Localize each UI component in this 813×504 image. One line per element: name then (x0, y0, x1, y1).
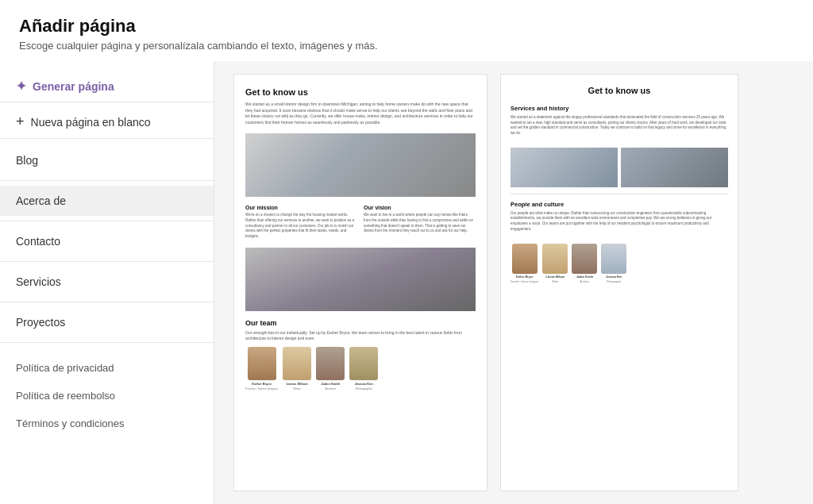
nav-divider-1 (0, 180, 214, 181)
services-history-section: Services and history We started as a sta… (511, 105, 728, 137)
rp-avatar-image-1 (512, 244, 538, 274)
people-culture-text-block: People and culture Our people are what m… (511, 201, 728, 233)
rp-avatar-item-4: Jessica Kim Photographer (601, 244, 626, 283)
avatar-name-3: Jaden Smith (321, 382, 340, 386)
sidebar-item-reembolso[interactable]: Política de reembolso (0, 382, 214, 410)
page-header: Añadir página Escoge cualquier página y … (0, 0, 813, 61)
rp-avatar-image-3 (572, 244, 597, 274)
avatar-image-1 (248, 347, 276, 380)
rp-avatar-role-1: Founder / Interior designer (511, 280, 538, 283)
nav-divider-2 (0, 221, 214, 221)
mission-title: Our mission (245, 205, 357, 210)
avatar-item-4: Jessica Kim Photographer (349, 347, 378, 391)
sidebar-item-terminos[interactable]: Términos y condiciones (0, 410, 214, 437)
avatar-name-2: Lianne Wilson (287, 382, 308, 386)
avatar-role-3: Architect (325, 387, 336, 391)
avatar-item-3: Jaden Smith Architect (316, 347, 345, 391)
team-text: Our strength lies in our individuality. … (245, 330, 476, 342)
vision-col: Our vision We want to live in a world wh… (364, 205, 476, 240)
sidebar-item-proyectos[interactable]: Proyectos (0, 307, 214, 337)
mission-col: Our mission We're on a mission to change… (245, 205, 357, 240)
sidebar-item-privacidad[interactable]: Política de privacidad (0, 354, 214, 382)
vision-text: We want to live in a world where people … (364, 213, 476, 234)
preview-left-image1 (245, 133, 476, 197)
avatar-image-2 (283, 347, 311, 380)
page-subtitle: Escoge cualquier página y personalízala … (19, 40, 794, 52)
rp-avatar-name-3: Jaden Smith (576, 275, 593, 279)
sidebar: ✦ Generar página + Nueva página en blanc… (0, 61, 214, 504)
preview-right[interactable]: Get to know us Services and history We s… (500, 74, 738, 491)
rp-avatar-name-4: Jessica Kim (606, 275, 622, 279)
avatar-role-1: Founder / Interior designer (245, 387, 278, 391)
services-history-body: We started as a statement against the sl… (511, 115, 728, 137)
team-avatars: Esther Bryce Founder / Interior designer… (245, 347, 476, 391)
avatar-name-1: Esther Bryce (252, 382, 272, 386)
plus-icon: + (16, 113, 25, 130)
nav-divider-4 (0, 302, 214, 302)
services-history-text-block: Services and history We started as a sta… (511, 105, 728, 137)
generate-page-button[interactable]: ✦ Generar página (0, 71, 214, 102)
nav-divider-5 (0, 342, 214, 343)
avatar-item-2: Lianne Wilson Writer (283, 347, 311, 391)
people-culture-body: Our people are what make us unique. Rath… (511, 211, 728, 233)
team-section: Our team Our strength lies in our indivi… (245, 319, 476, 391)
sidebar-item-contacto[interactable]: Contacto (0, 226, 214, 256)
people-culture-label: People and culture (511, 201, 728, 209)
page-title: Añadir página (19, 16, 794, 37)
people-culture-section: People and culture Our people are what m… (511, 201, 728, 233)
content-area: Get to know us We started as a small int… (214, 61, 813, 504)
rp-avatar-item-2: Lianne Wilson Writer (542, 244, 568, 283)
main-layout: ✦ Generar página + Nueva página en blanc… (0, 61, 813, 504)
team-title: Our team (245, 319, 476, 327)
avatar-image-4 (349, 347, 378, 380)
rp-avatar-image-2 (542, 244, 568, 274)
blank-label: Nueva página en blanco (31, 116, 151, 129)
preview-left[interactable]: Get to know us We started as a small int… (233, 74, 487, 491)
preview-left-title: Get to know us (245, 87, 476, 97)
rp-avatar-name-2: Lianne Wilson (546, 275, 565, 279)
mission-text: We're on a mission to change the way the… (245, 213, 357, 240)
avatar-role-2: Writer (294, 387, 301, 391)
rp-avatar-name-1: Esther Bryce (516, 275, 534, 279)
sidebar-item-blog[interactable]: Blog (0, 145, 214, 175)
sparkle-icon: ✦ (16, 79, 26, 94)
services-images-row (511, 148, 728, 187)
sidebar-item-acerca[interactable]: Acerca de (0, 186, 214, 216)
rp-avatar-image-4 (601, 244, 626, 274)
right-preview-avatars: Esther Bryce Founder / Interior designer… (511, 244, 728, 283)
preview-left-intro: We started as a small interior design fi… (245, 102, 476, 125)
services-image-2 (621, 148, 728, 187)
avatar-name-4: Jessica Kim (355, 382, 373, 386)
vision-title: Our vision (364, 205, 476, 210)
services-history-label: Services and history (511, 105, 728, 113)
right-preview-title: Get to know us (511, 86, 728, 95)
rp-avatar-item-1: Esther Bryce Founder / Interior designer (511, 244, 538, 283)
section-divider (511, 194, 728, 194)
rp-avatar-role-4: Photographer (607, 280, 621, 283)
preview-left-two-col: Our mission We're on a mission to change… (245, 205, 476, 240)
avatar-item-1: Esther Bryce Founder / Interior designer (245, 347, 278, 391)
avatar-image-3 (316, 347, 345, 380)
new-blank-page-button[interactable]: + Nueva página en blanco (0, 106, 214, 139)
rp-avatar-role-3: Architect (580, 280, 590, 283)
generate-label: Generar página (33, 80, 114, 93)
sidebar-item-servicios[interactable]: Servicios (0, 267, 214, 297)
services-image-1 (511, 148, 618, 187)
avatar-role-4: Photographer (356, 387, 372, 391)
rp-avatar-item-3: Jaden Smith Architect (572, 244, 597, 283)
nav-divider-3 (0, 261, 214, 262)
rp-avatar-role-2: Writer (552, 280, 558, 283)
preview-left-image2 (245, 248, 476, 311)
